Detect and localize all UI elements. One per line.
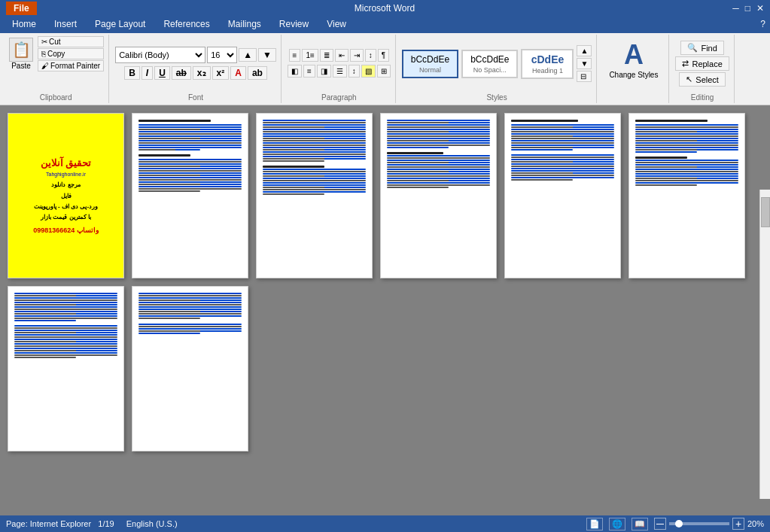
numbering-button[interactable]: 1≡ xyxy=(302,49,318,62)
borders-button[interactable]: ⊞ xyxy=(377,65,391,78)
page-5 xyxy=(504,113,621,278)
status-left: Page: Internet Explorer 1/19 English (U.… xyxy=(6,519,178,528)
zoom-out-button[interactable]: ─ xyxy=(654,518,666,530)
tab-mailings[interactable]: Mailings xyxy=(219,17,270,33)
document-area: تحقیق آنلاین Tahghighonline.ir مرجع دانل… xyxy=(0,105,770,515)
view-icon-web[interactable]: 🌐 xyxy=(609,518,625,530)
highlight-button[interactable]: ab xyxy=(248,66,267,80)
zoom-control: ─ + 20% xyxy=(654,518,764,530)
ad-url: Tahghighonline.ir xyxy=(46,172,86,177)
increase-indent-button[interactable]: ⇥ xyxy=(350,49,364,62)
format-painter-button[interactable]: 🖌Format Painter xyxy=(38,60,104,71)
underline-button[interactable]: U xyxy=(154,66,170,80)
shading-button[interactable]: ▧ xyxy=(361,65,376,78)
cut-button[interactable]: ✂Cut xyxy=(38,36,104,47)
sort-button[interactable]: ↕ xyxy=(365,49,376,62)
view-icon-print[interactable]: 📄 xyxy=(586,518,603,530)
change-styles-group: A Change Styles xyxy=(598,35,669,103)
paste-label: Paste xyxy=(11,62,31,70)
status-bar: Page: Internet Explorer 1/19 English (U.… xyxy=(0,515,770,532)
paste-button[interactable]: 📋 Paste xyxy=(8,36,35,91)
scroll-thumb[interactable] xyxy=(761,197,770,227)
page-1: تحقیق آنلاین Tahghighonline.ir مرجع دانل… xyxy=(8,113,124,278)
styles-down-button[interactable]: ▼ xyxy=(577,58,592,69)
zoom-slider[interactable] xyxy=(669,522,729,525)
vertical-scrollbar[interactable] xyxy=(759,190,770,499)
paragraph-label: Paragraph xyxy=(283,93,395,102)
clipboard-small-buttons: ✂Cut ⎘Copy 🖌Format Painter xyxy=(38,36,104,91)
style-heading1-button[interactable]: cDdEe Heading 1 xyxy=(521,49,574,79)
superscript-button[interactable]: x² xyxy=(212,66,230,80)
find-label: Find xyxy=(701,44,717,53)
ad-body: مرجع دانلودفایلورد-پی دی اف - پاورپوینتب… xyxy=(34,180,98,223)
title-bar: File Microsoft Word ─ □ ✕ xyxy=(0,0,770,17)
maximize-icon[interactable]: □ xyxy=(745,3,750,14)
justify-button[interactable]: ☰ xyxy=(333,65,347,78)
editing-group: 🔍 Find ⇄ Replace ↖ Select Editing xyxy=(671,35,734,103)
align-center-button[interactable]: ≡ xyxy=(303,65,315,78)
page-7 xyxy=(8,286,124,451)
minimize-icon[interactable]: ─ xyxy=(732,3,739,14)
subscript-button[interactable]: x₂ xyxy=(193,66,211,80)
style-normal-label: Normal xyxy=(411,66,449,74)
style-nospace-button[interactable]: bCcDdEe No Spaci... xyxy=(461,50,518,78)
increase-font-button[interactable]: ▲ xyxy=(239,48,257,62)
replace-label: Replace xyxy=(692,59,722,68)
style-normal-text: bCcDdEe xyxy=(411,54,449,65)
show-marks-button[interactable]: ¶ xyxy=(378,49,389,62)
align-left-button[interactable]: ◧ xyxy=(288,65,302,78)
clipboard-label: Clipboard xyxy=(3,93,108,102)
select-icon: ↖ xyxy=(686,74,692,84)
font-family-select[interactable]: Calibri (Body) xyxy=(115,47,205,63)
style-nospace-text: bCcDdEe xyxy=(470,54,509,65)
page-6 xyxy=(628,113,745,278)
tab-page-layout[interactable]: Page Layout xyxy=(86,17,154,33)
decrease-indent-button[interactable]: ⇤ xyxy=(335,49,348,62)
find-button[interactable]: 🔍 Find xyxy=(680,41,723,55)
styles-up-button[interactable]: ▲ xyxy=(577,45,592,56)
view-icon-read[interactable]: 📖 xyxy=(632,518,648,530)
zoom-in-button[interactable]: + xyxy=(732,518,744,530)
change-styles-button[interactable]: A Change Styles xyxy=(603,36,664,91)
text-color-button[interactable]: A xyxy=(230,66,246,80)
italic-button[interactable]: I xyxy=(142,66,153,80)
styles-more-button[interactable]: ⊟ xyxy=(577,71,592,82)
zoom-thumb[interactable] xyxy=(675,520,683,527)
style-nospace-label: No Spaci... xyxy=(470,66,509,74)
bullets-button[interactable]: ≡ xyxy=(289,49,301,62)
replace-button[interactable]: ⇄ Replace xyxy=(675,56,729,71)
bold-button[interactable]: B xyxy=(124,66,140,80)
close-icon[interactable]: ✕ xyxy=(756,3,764,14)
align-right-button[interactable]: ◨ xyxy=(317,65,331,78)
change-styles-icon: A xyxy=(624,39,644,71)
help-icon[interactable]: ? xyxy=(756,17,770,33)
zoom-level: 20% xyxy=(747,519,764,528)
ad-phone: 09981366624 واتساپ xyxy=(33,226,99,234)
tab-insert[interactable]: Insert xyxy=(45,17,86,33)
page-info: Page: Internet Explorer 1/19 xyxy=(6,519,114,528)
styles-group: bCcDdEe Normal bCcDdEe No Spaci... cDdEe… xyxy=(397,35,598,103)
tab-references[interactable]: References xyxy=(154,17,218,33)
page-4 xyxy=(380,113,497,278)
decrease-font-button[interactable]: ▼ xyxy=(258,48,276,62)
editing-label: Editing xyxy=(671,93,733,102)
file-button[interactable]: File xyxy=(6,2,37,15)
page-8 xyxy=(132,286,248,451)
select-button[interactable]: ↖ Select xyxy=(679,72,726,87)
font-size-select[interactable]: 16 xyxy=(207,47,237,63)
style-normal-button[interactable]: bCcDdEe Normal xyxy=(402,50,458,78)
strikethrough-button[interactable]: ab xyxy=(172,66,191,80)
tab-review[interactable]: Review xyxy=(270,17,318,33)
tab-home[interactable]: Home xyxy=(3,17,45,33)
tab-view[interactable]: View xyxy=(318,17,355,33)
copy-button[interactable]: ⎘Copy xyxy=(38,48,104,59)
style-heading1-text: cDdEe xyxy=(531,53,565,65)
page-3 xyxy=(256,113,373,278)
page-2 xyxy=(132,113,248,278)
styles-label: Styles xyxy=(397,93,597,102)
ribbon: 📋 Paste ✂Cut ⎘Copy 🖌Format Painter Clipb… xyxy=(0,33,770,105)
multilevel-button[interactable]: ≣ xyxy=(320,49,333,62)
line-spacing-button[interactable]: ↕ xyxy=(348,65,360,78)
select-label: Select xyxy=(695,75,719,84)
find-icon: 🔍 xyxy=(687,43,698,53)
